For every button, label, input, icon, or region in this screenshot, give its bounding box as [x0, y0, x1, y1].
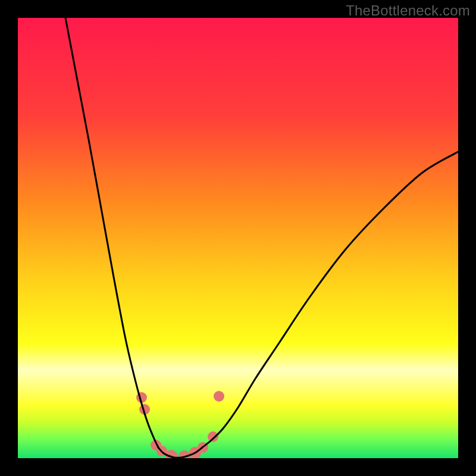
curve-marker — [214, 391, 224, 402]
bottleneck-curve — [18, 18, 458, 458]
chart-frame: TheBottleneck.com — [0, 0, 476, 476]
curve-marker — [208, 431, 218, 442]
watermark-text: TheBottleneck.com — [346, 2, 470, 19]
curve-markers — [136, 391, 224, 458]
curve-left-branch — [65, 18, 158, 447]
chart-plot-area — [18, 18, 458, 458]
curve-right-branch — [202, 152, 458, 447]
